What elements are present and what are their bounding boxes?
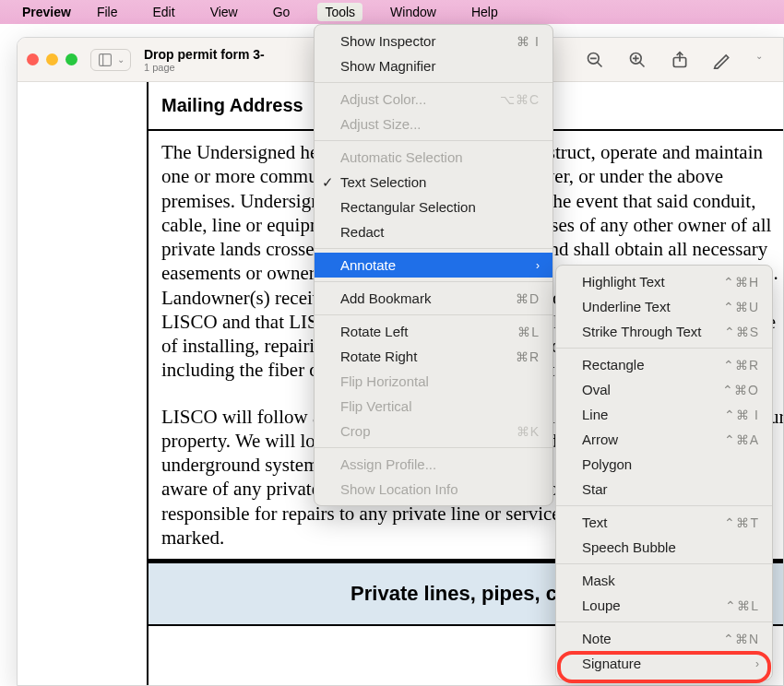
shortcut-label: ⌘L [517, 325, 540, 339]
tools-item-crop: Crop⌘K [315, 419, 552, 444]
annotate-item-star[interactable]: Star [556, 477, 772, 502]
menu-item-label: Mask [582, 573, 615, 588]
annotate-submenu: Highlight Text⌃⌘HUnderline Text⌃⌘UStrike… [555, 265, 773, 680]
shortcut-label: ⌃⌘H [723, 275, 759, 290]
tools-item-rectangular-selection[interactable]: Rectangular Selection [315, 195, 552, 219]
menu-item-label: Signature [582, 656, 641, 671]
menu-item-label: Redact [340, 224, 385, 240]
annotate-item-underline-text[interactable]: Underline Text⌃⌘U [556, 294, 772, 319]
tools-item-annotate[interactable]: Annotate› [315, 253, 552, 278]
zoom-out-button[interactable] [586, 51, 604, 69]
tools-item-show-magnifier[interactable]: Show Magnifier [315, 53, 552, 78]
tools-item-assign-profile-: Assign Profile... [315, 452, 552, 477]
annotate-item-line[interactable]: Line⌃⌘ I [556, 402, 772, 427]
menubar-item-edit[interactable]: Edit [146, 3, 183, 21]
shortcut-label: ⌃⌘U [723, 300, 759, 314]
annotate-item-oval[interactable]: Oval⌃⌘O [556, 377, 772, 402]
app-name[interactable]: Preview [22, 5, 71, 19]
svg-line-6 [640, 62, 645, 66]
menubar-item-go[interactable]: Go [266, 3, 298, 21]
menu-item-label: Show Inspector [340, 33, 435, 49]
shortcut-label: ⌃⌘S [724, 325, 759, 339]
shortcut-label: ⌃⌘ I [724, 408, 759, 422]
close-window-button[interactable] [27, 53, 39, 65]
tools-item-rotate-right[interactable]: Rotate Right⌘R [315, 344, 552, 369]
menu-item-label: Line [582, 407, 608, 422]
menu-item-label: Show Location Info [340, 481, 458, 497]
annotate-item-speech-bubble[interactable]: Speech Bubble [556, 535, 772, 560]
menu-item-label: Speech Bubble [582, 539, 676, 555]
menu-item-label: Star [582, 481, 608, 497]
shortcut-label: ⌃⌘N [723, 632, 759, 646]
sidebar-toggle-button[interactable]: ⌄ [90, 49, 131, 71]
menu-item-label: Rotate Left [340, 324, 408, 339]
menu-item-label: Loupe [582, 597, 621, 613]
menu-item-label: Adjust Size... [340, 116, 422, 132]
shortcut-label: ⌃⌘O [722, 383, 759, 397]
annotate-item-polygon[interactable]: Polygon [556, 452, 772, 477]
shortcut-label: ⌥⌘C [500, 92, 540, 107]
menu-item-label: Add Bookmark [340, 290, 431, 306]
minimize-window-button[interactable] [46, 53, 58, 65]
tools-item-adjust-size-: Adjust Size... [315, 112, 552, 136]
menubar-item-file[interactable]: File [89, 3, 125, 21]
annotate-item-mask[interactable]: Mask [556, 568, 772, 593]
tools-item-show-location-info: Show Location Info [315, 477, 552, 502]
menu-item-label: Underline Text [582, 299, 671, 314]
menu-item-label: Highlight Text [582, 274, 665, 290]
menu-item-label: Arrow [582, 432, 618, 447]
window-title: Drop permit form 3- [144, 47, 265, 62]
chevron-right-icon: › [536, 259, 540, 272]
shortcut-label: ⌘R [516, 349, 540, 364]
tools-item-flip-horizontal: Flip Horizontal [315, 369, 552, 394]
toolbar-more-button[interactable]: ⌄ [755, 51, 774, 69]
menu-item-label: Note [582, 631, 612, 646]
tools-item-flip-vertical: Flip Vertical [315, 394, 552, 419]
window-subtitle: 1 page [144, 62, 265, 73]
menu-item-label: Adjust Color... [340, 91, 426, 107]
annotate-item-loupe[interactable]: Loupe⌃⌘L [556, 593, 772, 618]
menubar-item-window[interactable]: Window [383, 3, 444, 21]
menu-item-label: Text [582, 514, 608, 530]
shortcut-label: ⌘D [516, 291, 540, 306]
menu-item-label: Strike Through Text [582, 324, 702, 339]
menu-item-label: Rotate Right [340, 349, 417, 364]
traffic-lights [27, 53, 77, 65]
shortcut-label: ⌃⌘L [725, 598, 759, 613]
markup-button[interactable] [713, 51, 731, 69]
menu-item-label: Flip Vertical [340, 398, 412, 414]
window-title-block: Drop permit form 3- 1 page [144, 47, 265, 73]
menu-item-label: Rectangular Selection [340, 199, 476, 215]
menu-item-label: Automatic Selection [340, 149, 463, 165]
tools-item-rotate-left[interactable]: Rotate Left⌘L [315, 319, 552, 344]
annotate-item-signature[interactable]: Signature› [556, 651, 772, 676]
shortcut-label: ⌃⌘A [724, 432, 759, 447]
tools-item-show-inspector[interactable]: Show Inspector⌘ I [315, 29, 552, 53]
menu-item-label: Assign Profile... [340, 456, 436, 472]
annotate-item-strike-through-text[interactable]: Strike Through Text⌃⌘S [556, 319, 772, 344]
check-icon: ✓ [322, 174, 334, 191]
tools-item-text-selection[interactable]: ✓Text Selection [315, 170, 552, 195]
annotate-item-rectangle[interactable]: Rectangle⌃⌘R [556, 352, 772, 377]
annotate-item-text[interactable]: Text⌃⌘T [556, 510, 772, 535]
tools-item-add-bookmark[interactable]: Add Bookmark⌘D [315, 286, 552, 311]
menu-item-label: Rectangle [582, 357, 645, 373]
menubar-item-tools[interactable]: Tools [317, 3, 362, 21]
tools-item-adjust-color-: Adjust Color...⌥⌘C [315, 87, 552, 112]
shortcut-label: ⌃⌘R [723, 358, 759, 373]
annotate-item-arrow[interactable]: Arrow⌃⌘A [556, 427, 772, 452]
tools-item-automatic-selection: Automatic Selection [315, 145, 552, 170]
menubar-item-help[interactable]: Help [464, 3, 505, 21]
annotate-item-note[interactable]: Note⌃⌘N [556, 626, 772, 651]
zoom-in-button[interactable] [628, 51, 647, 69]
tools-menu: Show Inspector⌘ IShow MagnifierAdjust Co… [314, 24, 553, 506]
menu-item-label: Annotate [340, 257, 396, 273]
menu-item-label: Text Selection [340, 174, 426, 190]
menu-item-label: Crop [340, 423, 371, 439]
share-button[interactable] [671, 51, 689, 69]
annotate-item-highlight-text[interactable]: Highlight Text⌃⌘H [556, 269, 772, 294]
zoom-window-button[interactable] [65, 53, 77, 65]
svg-line-3 [598, 62, 602, 66]
menubar-item-view[interactable]: View [203, 3, 245, 21]
tools-item-redact[interactable]: Redact [315, 219, 552, 244]
